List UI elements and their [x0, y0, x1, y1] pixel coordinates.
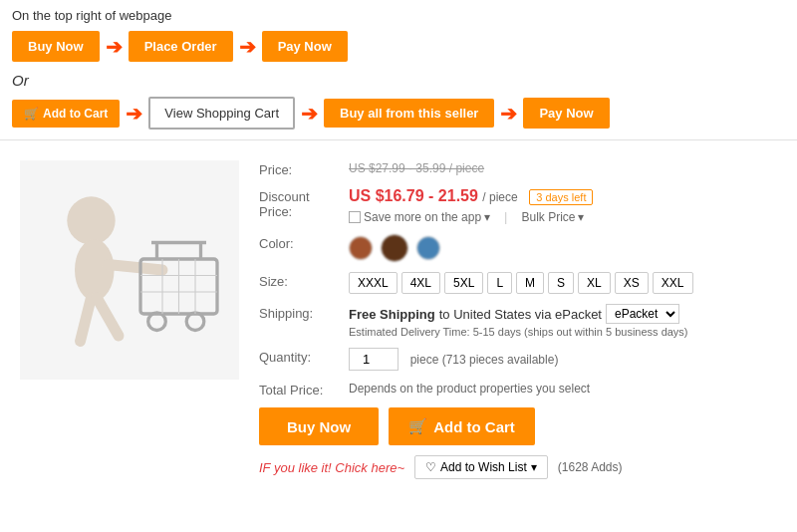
- size-label: Size:: [259, 272, 349, 289]
- svg-line-3: [81, 298, 92, 342]
- flow-row-2: 🛒 Add to Cart ➔ View Shopping Cart ➔ Buy…: [0, 93, 797, 139]
- save-more-link[interactable]: Save more on the app ▾: [349, 210, 490, 224]
- buy-now-button-flow1[interactable]: Buy Now: [12, 31, 100, 62]
- add-to-wish-list-button[interactable]: ♡ Add to Wish List ▾: [414, 455, 548, 479]
- discount-price-text: US $16.79 - 21.59: [349, 187, 482, 204]
- cart-icon-large: 🛒: [408, 417, 427, 435]
- instruction-text: On the top right of webpage: [0, 0, 797, 27]
- if-you-like-text: IF you like it! Chick here~: [259, 460, 404, 475]
- svg-point-0: [67, 196, 115, 244]
- arrow-icon-1: ➔: [106, 35, 123, 59]
- svg-line-4: [97, 298, 119, 337]
- shipping-row: Shipping: Free Shipping to United States…: [259, 304, 777, 338]
- size-xl[interactable]: XL: [578, 272, 611, 294]
- instruction-line1: On the top right of webpage: [12, 8, 171, 23]
- price-original-value: US $27.99 - 35.99 / piece: [349, 160, 777, 175]
- flow-row-1: Buy Now ➔ Place Order ➔ Pay Now: [0, 27, 797, 70]
- product-image-col: [0, 150, 259, 489]
- wishlist-row: IF you like it! Chick here~ ♡ Add to Wis…: [259, 455, 777, 479]
- price-label: Price:: [259, 160, 349, 177]
- place-order-button[interactable]: Place Order: [129, 31, 233, 62]
- color-swatch-3[interactable]: [416, 236, 440, 260]
- product-image: [20, 160, 239, 380]
- color-swatches: [349, 234, 777, 262]
- bulk-price-link[interactable]: Bulk Price ▾: [521, 210, 583, 224]
- size-row: Size: XXXL 4XL 5XL L M S XL XS XXL: [259, 272, 777, 294]
- size-xxl[interactable]: XXL: [653, 272, 693, 294]
- color-row: Color:: [259, 234, 777, 262]
- shopping-cart-figure-icon: [20, 160, 239, 380]
- quantity-label: Quantity:: [259, 348, 349, 365]
- discount-price-row: DiscountPrice: US $16.79 - 21.59 / piece…: [259, 187, 777, 224]
- arrow-icon-4: ➔: [301, 102, 318, 126]
- original-price-text: US $27.99 - 35.99 / piece: [349, 161, 484, 175]
- size-value: XXXL 4XL 5XL L M S XL XS XXL: [349, 272, 777, 294]
- checkbox-icon: [349, 211, 361, 223]
- color-value: [349, 234, 777, 262]
- shipping-select[interactable]: ePacket: [606, 304, 679, 324]
- pay-now-button-flow1[interactable]: Pay Now: [262, 31, 348, 62]
- days-left-badge: 3 days left: [529, 189, 593, 205]
- total-price-value: Depends on the product properties you se…: [349, 381, 777, 396]
- size-xs[interactable]: XS: [615, 272, 649, 294]
- save-more-row: Save more on the app ▾ | Bulk Price ▾: [349, 209, 777, 224]
- size-l[interactable]: L: [487, 272, 512, 294]
- bulk-price-text: Bulk Price: [521, 210, 575, 224]
- color-label: Color:: [259, 234, 349, 251]
- total-price-label: Total Price:: [259, 381, 349, 398]
- product-details-col: Price: US $27.99 - 35.99 / piece Discoun…: [259, 150, 797, 489]
- arrow-icon-3: ➔: [126, 102, 142, 126]
- quantity-input[interactable]: [349, 348, 398, 371]
- shipping-value: Free Shipping to United States via ePack…: [349, 304, 777, 338]
- size-4xl[interactable]: 4XL: [401, 272, 440, 294]
- color-swatch-1[interactable]: [349, 236, 373, 260]
- free-shipping-text: Free Shipping: [349, 307, 435, 322]
- save-more-text: Save more on the app: [364, 210, 481, 224]
- add-to-cart-button-small[interactable]: 🛒 Add to Cart: [12, 100, 120, 128]
- view-shopping-cart-button[interactable]: View Shopping Cart: [148, 97, 295, 130]
- arrow-icon-2: ➔: [239, 35, 256, 59]
- wish-chevron-icon: ▾: [531, 460, 537, 474]
- shipping-method-row: Free Shipping to United States via ePack…: [349, 304, 777, 324]
- or-divider: Or: [0, 70, 797, 93]
- size-s[interactable]: S: [548, 272, 574, 294]
- chevron-down-icon: ▾: [484, 210, 490, 224]
- size-buttons-group: XXXL 4XL 5XL L M S XL XS XXL: [349, 272, 777, 294]
- size-m[interactable]: M: [516, 272, 544, 294]
- discount-price-label: DiscountPrice:: [259, 187, 349, 219]
- svg-line-2: [108, 265, 162, 271]
- action-buttons-row: Buy Now 🛒 Add to Cart: [259, 407, 777, 445]
- add-to-cart-button-main[interactable]: 🛒 Add to Cart: [389, 407, 535, 445]
- buy-all-seller-button[interactable]: Buy all from this seller: [324, 99, 494, 128]
- add-to-cart-label-small: Add to Cart: [43, 107, 108, 121]
- arrow-icon-5: ➔: [500, 102, 517, 126]
- size-xxxl[interactable]: XXXL: [349, 272, 398, 294]
- price-row: Price: US $27.99 - 35.99 / piece: [259, 160, 777, 177]
- quantity-value-row: piece (713 pieces available): [349, 348, 777, 371]
- cart-icon-small: 🛒: [24, 107, 39, 121]
- shipping-to-text: to United States via ePacket: [439, 307, 602, 322]
- wish-list-label: Add to Wish List: [440, 460, 527, 474]
- wish-count-text: (1628 Adds): [558, 460, 623, 474]
- price-min: US $16.79: [349, 187, 424, 204]
- total-price-text: Depends on the product properties you se…: [349, 382, 590, 396]
- pay-now-button-flow2[interactable]: Pay Now: [523, 98, 609, 129]
- discount-price-value: US $16.79 - 21.59 / piece 3 days left Sa…: [349, 187, 777, 224]
- buy-now-button-main[interactable]: Buy Now: [259, 407, 379, 445]
- bulk-chevron-icon: ▾: [578, 210, 584, 224]
- price-dash: -: [424, 187, 438, 204]
- quantity-row: Quantity: piece (713 pieces available): [259, 348, 777, 371]
- add-to-cart-label-main: Add to Cart: [433, 418, 515, 435]
- shipping-note-text: Estimated Delivery Time: 5-15 days (ship…: [349, 326, 777, 338]
- heart-icon: ♡: [425, 460, 436, 474]
- total-price-row: Total Price: Depends on the product prop…: [259, 381, 777, 398]
- pieces-available-text: piece (713 pieces available): [410, 353, 559, 367]
- or-text: Or: [12, 72, 29, 89]
- discount-label-text: DiscountPrice:: [259, 189, 310, 219]
- color-swatch-2[interactable]: [381, 234, 408, 262]
- price-max: 21.59: [438, 187, 478, 204]
- product-section: Price: US $27.99 - 35.99 / piece Discoun…: [0, 140, 797, 499]
- price-unit-text: / piece: [482, 190, 517, 204]
- shipping-label: Shipping:: [259, 304, 349, 321]
- size-5xl[interactable]: 5XL: [444, 272, 483, 294]
